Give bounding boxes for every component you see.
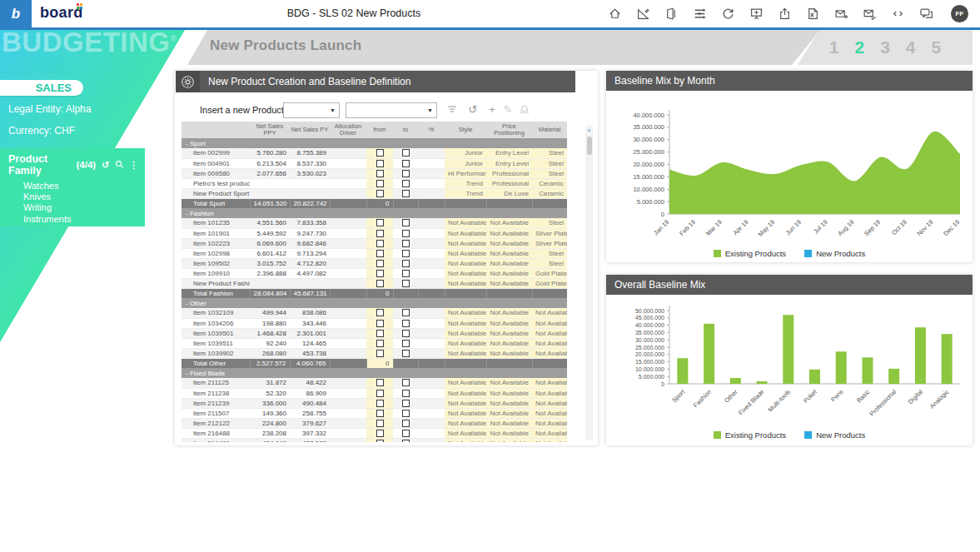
group-name-cell[interactable]: - Fashion (182, 208, 567, 218)
style-cell[interactable]: Not Available (445, 418, 486, 428)
refresh-icon[interactable] (721, 7, 735, 21)
material-cell[interactable]: Not Available (532, 378, 567, 388)
style-cell[interactable]: Not Available (445, 378, 486, 388)
filter-legal-entity[interactable]: Legal Entity: Alpha (8, 103, 91, 115)
from-checkbox[interactable] (376, 430, 384, 437)
mail-new-icon[interactable] (834, 7, 848, 21)
material-cell[interactable]: Ceramic (532, 188, 567, 198)
to-checkbox[interactable] (402, 190, 410, 197)
table-group-row[interactable]: - Fashion (182, 208, 567, 218)
from-checkbox[interactable] (376, 280, 384, 287)
from-checkbox[interactable] (376, 270, 384, 277)
to-checkbox[interactable] (402, 309, 410, 316)
material-cell[interactable]: Steel (532, 158, 567, 168)
from-checkbox[interactable] (376, 240, 384, 247)
from-checkbox[interactable] (376, 250, 384, 257)
style-cell[interactable]: Junior (445, 148, 486, 158)
from-checkbox[interactable] (376, 180, 384, 187)
price-positioning-cell[interactable]: Not Available (486, 278, 532, 288)
material-cell[interactable]: Steel (532, 248, 567, 258)
to-checkbox[interactable] (402, 410, 410, 417)
material-cell[interactable]: Gold Plated (532, 268, 567, 278)
from-checkbox[interactable] (376, 330, 384, 337)
price-positioning-cell[interactable]: Not Available (486, 328, 532, 338)
to-checkbox[interactable] (402, 180, 410, 187)
from-checkbox[interactable] (376, 340, 384, 347)
style-cell[interactable]: Not Available (445, 388, 486, 398)
material-cell[interactable]: Not Available (532, 348, 567, 358)
price-positioning-cell[interactable]: Professional (486, 168, 532, 178)
material-cell[interactable]: Not Available (532, 388, 567, 398)
style-cell[interactable]: Not Available (445, 328, 486, 338)
price-positioning-cell[interactable]: Not Available (486, 378, 532, 388)
price-positioning-cell[interactable]: Not Available (486, 308, 532, 318)
price-positioning-cell[interactable]: Not Available (486, 258, 532, 268)
from-checkbox[interactable] (376, 230, 384, 237)
from-checkbox[interactable] (376, 440, 384, 442)
step-1[interactable]: 1 (829, 37, 839, 57)
search-icon[interactable] (115, 160, 124, 171)
to-checkbox[interactable] (402, 379, 410, 386)
structure-icon[interactable] (693, 7, 707, 21)
from-checkbox[interactable] (376, 379, 384, 386)
price-positioning-cell[interactable]: Not Available (486, 388, 532, 398)
style-cell[interactable]: Trend (445, 188, 486, 198)
step-2[interactable]: 2 (854, 37, 864, 57)
style-cell[interactable]: Not Available (445, 268, 486, 278)
style-cell[interactable]: Trend (445, 178, 486, 188)
from-checkbox[interactable] (376, 170, 384, 177)
table-group-row[interactable]: - Other (182, 298, 567, 308)
product-family-item-knives[interactable]: Knives (23, 191, 138, 202)
price-positioning-cell[interactable]: Not Available (486, 438, 532, 442)
refresh-icon[interactable]: ↺ (466, 103, 480, 117)
from-checkbox[interactable] (376, 400, 384, 407)
presentation-icon[interactable] (749, 7, 764, 21)
from-checkbox[interactable] (376, 350, 384, 357)
material-cell[interactable]: Not Available (532, 428, 567, 438)
price-positioning-cell[interactable]: Not Available (486, 418, 532, 428)
from-checkbox[interactable] (376, 390, 384, 397)
to-checkbox[interactable] (402, 320, 410, 327)
product-family-item-instruments[interactable]: Instruments (23, 214, 138, 225)
mail-send-icon[interactable] (863, 7, 877, 21)
style-cell[interactable]: Not Available (445, 258, 486, 268)
to-checkbox[interactable] (402, 170, 410, 177)
approve-icon[interactable] (518, 103, 531, 117)
style-cell[interactable]: Not Available (445, 318, 486, 328)
kebab-icon[interactable]: ⋮ (129, 160, 138, 171)
price-positioning-cell[interactable]: Not Available (486, 248, 532, 258)
to-checkbox[interactable] (402, 340, 410, 347)
price-positioning-cell[interactable]: Not Available (486, 238, 532, 248)
to-checkbox[interactable] (402, 270, 410, 277)
to-checkbox[interactable] (402, 250, 410, 257)
material-cell[interactable]: Not Available (532, 438, 567, 442)
product-table-viewport[interactable]: Net Sales PPYNet Sales PYAllocation Driv… (182, 122, 567, 442)
style-cell[interactable]: Junior (445, 158, 486, 168)
style-cell[interactable]: Not Available (445, 308, 486, 318)
material-cell[interactable]: Not Available (532, 328, 567, 338)
table-scrollbar[interactable]: ▲ (585, 126, 593, 440)
material-cell[interactable]: Ceramic (532, 178, 567, 188)
gear-icon[interactable] (176, 71, 200, 92)
user-avatar[interactable]: FF (951, 5, 968, 22)
product-family-item-watches[interactable]: Watches (23, 181, 138, 191)
table-group-row[interactable]: - Sport (182, 138, 567, 148)
total-from-cell[interactable]: 0 (366, 358, 393, 368)
sidebar-section-sales[interactable]: SALES (0, 80, 83, 96)
from-checkbox[interactable] (376, 420, 384, 427)
style-cell[interactable]: Not Available (445, 238, 486, 248)
style-cell[interactable]: Not Available (445, 438, 486, 442)
from-checkbox[interactable] (376, 149, 384, 157)
price-positioning-cell[interactable]: Not Available (486, 228, 532, 238)
material-cell[interactable]: Not Available (532, 318, 567, 328)
code-icon[interactable] (891, 7, 905, 21)
price-positioning-cell[interactable]: Not Available (486, 408, 532, 418)
price-positioning-cell[interactable]: Not Available (486, 428, 532, 438)
price-positioning-cell[interactable]: Entry Level (486, 158, 532, 168)
style-cell[interactable]: Not Available (445, 428, 486, 438)
filter-icon[interactable] (445, 103, 459, 117)
material-cell[interactable]: Steel (532, 258, 567, 268)
to-checkbox[interactable] (402, 160, 410, 167)
product-name-dropdown[interactable]: ▼ (346, 102, 437, 118)
filter-currency[interactable]: Currency: CHF (8, 125, 75, 137)
